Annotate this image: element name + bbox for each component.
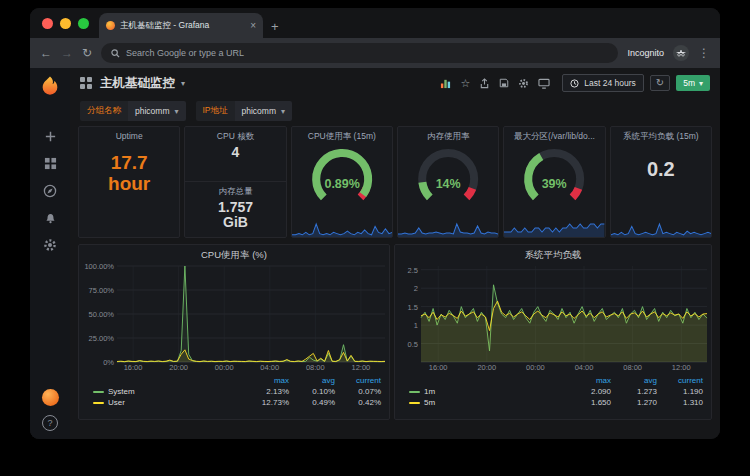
panel-title: Uptime (79, 127, 179, 141)
browser-tab[interactable]: 主机基础监控 - Grafana × (99, 13, 263, 38)
sidebar-alerting-icon[interactable] (43, 210, 58, 225)
panel-title: 最大分区(/var/lib/do... (504, 127, 604, 143)
x-axis-tick: 16:00 (424, 363, 452, 372)
load-value: 0.2 (611, 159, 711, 181)
y-axis-tick: 2 (414, 284, 418, 293)
grafana-app: ? 主机基础监控 ▾ (30, 68, 720, 439)
zoom-window-button[interactable] (78, 18, 89, 29)
screen: 主机基础监控 - Grafana × + ← → ↻ Search Google… (0, 0, 750, 476)
browser-menu-icon[interactable]: ⋮ (698, 47, 710, 59)
cycle-view-icon[interactable] (538, 78, 550, 89)
legend-column-current[interactable]: current (335, 376, 381, 385)
panel-load-15m[interactable]: 系统平均负载 (15m) 0.2 (610, 126, 712, 238)
refresh-interval-picker[interactable]: 5m ▾ (676, 75, 710, 91)
chart-title: 系统平均负载 (395, 245, 711, 264)
legend-stat-value: 0.49% (289, 398, 335, 407)
legend-column-avg[interactable]: avg (611, 376, 657, 385)
series-color-swatch (93, 391, 104, 393)
y-axis-tick: 50.00% (89, 310, 114, 319)
stats-row: Uptime 17.7 hour CPU 核数 4 内存总量 (78, 126, 712, 238)
variable-ip-address: IP地址 phicomm ▾ (196, 101, 293, 121)
save-icon[interactable] (499, 78, 509, 88)
panel-title: CPU使用率 (15m) (292, 127, 392, 143)
charts-row: CPU使用率 (%) 100.00%75.00%50.00%25.00%0% 1… (78, 244, 712, 420)
sidebar-dashboards-icon[interactable] (43, 156, 58, 171)
address-bar[interactable]: Search Google or type a URL (101, 43, 618, 63)
svg-text:0.89%: 0.89% (324, 177, 359, 191)
legend-series-name[interactable]: System (108, 387, 135, 396)
dashboard-settings-icon[interactable] (518, 78, 529, 89)
forward-icon[interactable]: → (61, 47, 73, 59)
clock-icon (570, 79, 579, 88)
y-axis-tick: 0.5 (408, 340, 418, 349)
sidebar-configuration-icon[interactable] (43, 237, 58, 252)
variables-row: 分组名称 phicomm ▾ IP地址 phicomm ▾ (70, 98, 720, 124)
legend-series-name[interactable]: 1m (424, 387, 435, 396)
share-icon[interactable] (479, 78, 490, 89)
legend-stat-value: 1.650 (565, 398, 611, 407)
refresh-interval-value: 5m (683, 78, 695, 88)
panel-memory-usage-gauge[interactable]: 内存使用率 14% (397, 126, 499, 238)
sparkline (611, 221, 711, 237)
tab-title: 主机基础监控 - Grafana (120, 20, 245, 32)
panel-cpu-usage-chart[interactable]: CPU使用率 (%) 100.00%75.00%50.00%25.00%0% 1… (78, 244, 390, 420)
refresh-icon[interactable]: ↻ (650, 75, 670, 91)
legend-row: 5m1.6501.2701.310 (409, 397, 703, 408)
variable-label: 分组名称 (80, 101, 128, 121)
time-range-picker[interactable]: Last 24 hours (562, 74, 644, 92)
variable-group-name: 分组名称 phicomm ▾ (80, 101, 186, 121)
chevron-down-icon: ▾ (281, 107, 285, 116)
chevron-down-icon: ▾ (174, 107, 178, 116)
close-window-button[interactable] (42, 18, 53, 29)
dashboard-title-caret-icon[interactable]: ▾ (181, 79, 185, 88)
search-icon (111, 49, 120, 58)
legend-series-name[interactable]: 5m (424, 398, 435, 407)
cpu-usage-plot (117, 266, 385, 362)
minimize-window-button[interactable] (60, 18, 71, 29)
x-axis-tick: 12:00 (347, 363, 375, 372)
legend-stat-value: 0.42% (335, 398, 381, 407)
legend-column-current[interactable]: current (657, 376, 703, 385)
time-range-label: Last 24 hours (584, 78, 636, 88)
legend-column-max[interactable]: max (565, 376, 611, 385)
panel-disk-usage-gauge[interactable]: 最大分区(/var/lib/do... 39% (503, 126, 605, 238)
panel-uptime[interactable]: Uptime 17.7 hour (78, 126, 180, 238)
series-color-swatch (409, 402, 420, 404)
new-tab-button[interactable]: + (271, 19, 279, 34)
x-axis-tick: 00:00 (521, 363, 549, 372)
user-avatar[interactable] (42, 389, 59, 406)
star-icon[interactable]: ☆ (460, 78, 470, 89)
tab-close-icon[interactable]: × (250, 20, 256, 31)
y-axis-tick: 2.5 (408, 266, 418, 275)
sidebar-explore-icon[interactable] (43, 183, 58, 198)
x-axis-tick: 04:00 (570, 363, 598, 372)
variable-value-dropdown[interactable]: phicomm ▾ (235, 101, 293, 121)
sidebar-create-icon[interactable] (43, 129, 58, 144)
y-axis-tick: 1.5 (408, 303, 418, 312)
reload-icon[interactable]: ↻ (82, 47, 92, 59)
memory-usage-gauge: 14% (398, 145, 498, 203)
x-axis-tick: 00:00 (210, 363, 238, 372)
panel-load-chart[interactable]: 系统平均负载 2.521.510.5 16:0020:0000:0004:000… (394, 244, 712, 420)
incognito-icon (673, 45, 689, 61)
grafana-logo-icon[interactable] (39, 75, 61, 97)
x-axis: 16:0020:0000:0004:0008:0012:00 (117, 362, 385, 374)
legend-column-avg[interactable]: avg (289, 376, 335, 385)
back-icon[interactable]: ← (40, 47, 52, 59)
y-axis-tick: 1 (414, 321, 418, 330)
panel-title: 内存使用率 (398, 127, 498, 143)
panel-cpu-usage-gauge[interactable]: CPU使用率 (15m) 0.89% (291, 126, 393, 238)
x-axis-tick: 20:00 (473, 363, 501, 372)
panel-cpu-memory[interactable]: CPU 核数 4 内存总量 1.757 GiB (184, 126, 286, 238)
window-controls (30, 8, 99, 38)
browser-window: 主机基础监控 - Grafana × + ← → ↻ Search Google… (30, 8, 720, 439)
help-icon[interactable]: ? (42, 415, 58, 431)
legend-column-max[interactable]: max (243, 376, 289, 385)
variable-value-dropdown[interactable]: phicomm ▾ (128, 101, 186, 121)
legend-series-name[interactable]: User (108, 398, 125, 407)
legend-row: User12.73%0.49%0.42% (93, 397, 381, 408)
add-panel-icon[interactable] (440, 78, 451, 89)
legend-row: 1m2.0901.2731.190 (409, 386, 703, 397)
legend-stat-value: 0.07% (335, 387, 381, 396)
dashboard-title[interactable]: 主机基础监控 (100, 75, 175, 92)
